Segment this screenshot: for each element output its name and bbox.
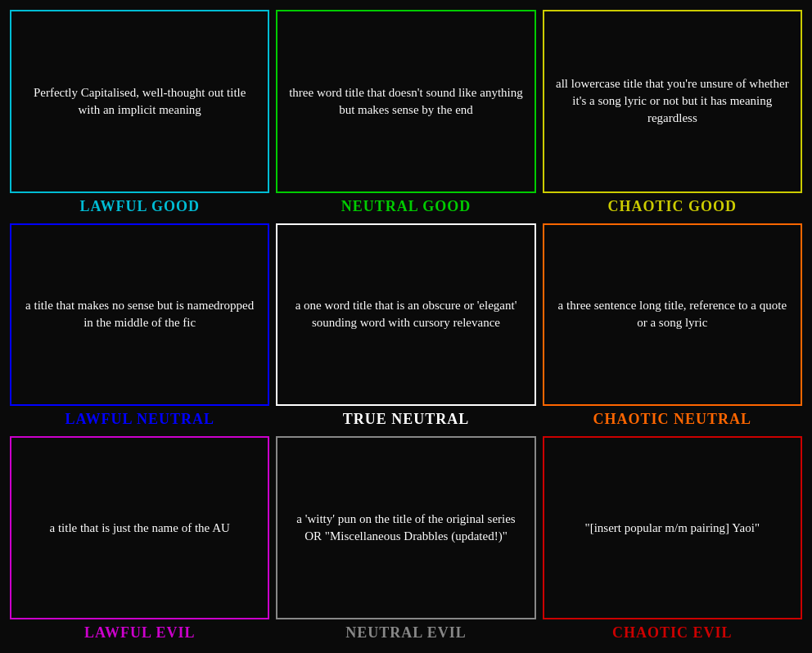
alignment-cell-lawful-good: Perfectly Capitalised, well-thought out …	[10, 10, 269, 217]
alignment-box-lawful-neutral: a title that makes no sense but is named…	[10, 223, 269, 407]
alignment-box-neutral-evil: a 'witty' pun on the title of the origin…	[276, 436, 535, 619]
alignment-label-chaotic-neutral: CHAOTIC NEUTRAL	[543, 406, 802, 430]
alignment-box-text-true-neutral: a one word title that is an obscure or '…	[287, 297, 524, 331]
alignment-label-lawful-good: LAWFUL GOOD	[10, 193, 269, 217]
alignment-label-true-neutral: TRUE NEUTRAL	[276, 406, 535, 430]
alignment-box-neutral-good: three word title that doesn't sound like…	[276, 10, 535, 193]
alignment-box-text-lawful-neutral: a title that makes no sense but is named…	[21, 297, 258, 331]
alignment-box-true-neutral: a one word title that is an obscure or '…	[276, 223, 535, 407]
alignment-label-lawful-evil: LAWFUL EVIL	[10, 619, 269, 643]
alignment-cell-lawful-neutral: a title that makes no sense but is named…	[10, 223, 269, 430]
alignment-label-neutral-evil: NEUTRAL EVIL	[276, 619, 535, 643]
alignment-cell-chaotic-evil: "[insert popular m/m pairing] Yaoi"CHAOT…	[543, 436, 802, 643]
alignment-cell-chaotic-neutral: a three sentence long title, reference t…	[543, 223, 802, 430]
alignment-cell-neutral-evil: a 'witty' pun on the title of the origin…	[276, 436, 535, 643]
alignment-grid: Perfectly Capitalised, well-thought out …	[5, 5, 807, 648]
alignment-label-neutral-good: NEUTRAL GOOD	[276, 193, 535, 217]
alignment-box-text-neutral-evil: a 'witty' pun on the title of the origin…	[287, 511, 524, 545]
alignment-cell-chaotic-good: all lowercase title that you're unsure o…	[543, 10, 802, 217]
alignment-box-lawful-good: Perfectly Capitalised, well-thought out …	[10, 10, 269, 193]
alignment-box-text-chaotic-evil: "[insert popular m/m pairing] Yaoi"	[585, 520, 760, 537]
alignment-box-text-chaotic-neutral: a three sentence long title, reference t…	[554, 297, 791, 331]
alignment-box-text-lawful-evil: a title that is just the name of the AU	[49, 520, 229, 537]
alignment-box-lawful-evil: a title that is just the name of the AU	[10, 436, 269, 619]
alignment-label-chaotic-evil: CHAOTIC EVIL	[543, 619, 802, 643]
alignment-box-text-lawful-good: Perfectly Capitalised, well-thought out …	[21, 84, 258, 119]
alignment-box-text-neutral-good: three word title that doesn't sound like…	[287, 84, 524, 119]
alignment-box-chaotic-neutral: a three sentence long title, reference t…	[543, 223, 802, 407]
alignment-box-chaotic-good: all lowercase title that you're unsure o…	[543, 10, 802, 193]
alignment-box-chaotic-evil: "[insert popular m/m pairing] Yaoi"	[543, 436, 802, 619]
alignment-cell-neutral-good: three word title that doesn't sound like…	[276, 10, 535, 217]
alignment-cell-true-neutral: a one word title that is an obscure or '…	[276, 223, 535, 430]
alignment-label-chaotic-good: CHAOTIC GOOD	[543, 193, 802, 217]
alignment-box-text-chaotic-good: all lowercase title that you're unsure o…	[554, 75, 791, 127]
alignment-label-lawful-neutral: LAWFUL NEUTRAL	[10, 406, 269, 430]
alignment-cell-lawful-evil: a title that is just the name of the AUL…	[10, 436, 269, 643]
